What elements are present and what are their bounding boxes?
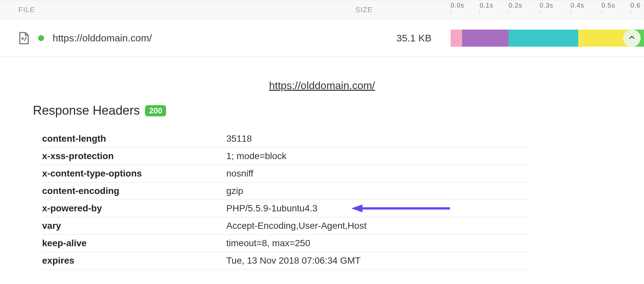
header-row: x-xss-protection 1; mode=block — [42, 148, 529, 165]
header-value: PHP/5.5.9-1ubuntu4.3 — [226, 203, 529, 214]
resource-url: https://olddomain.com/ — [53, 33, 152, 44]
header-key: keep-alive — [42, 238, 226, 248]
timeline-tick: 0.1s — [480, 2, 493, 9]
header-row: vary Accept-Encoding,User-Agent,Host — [42, 217, 529, 235]
status-badge: 200 — [145, 105, 166, 116]
header-key: x-xss-protection — [42, 151, 226, 161]
header-value: 35118 — [226, 133, 529, 144]
timeline-tick: 0.6 — [631, 2, 641, 9]
status-dot — [38, 35, 44, 41]
timeline-tick: 0.0s — [451, 2, 464, 9]
header-row: expires Tue, 13 Nov 2018 07:06:34 GMT — [42, 252, 529, 270]
header-key: x-powered-by — [42, 203, 226, 214]
collapse-button[interactable] — [623, 29, 641, 47]
header-value: timeout=8, max=250 — [226, 238, 529, 248]
header-value: Accept-Encoding,User-Agent,Host — [226, 221, 529, 231]
timeline-ticks: 0.0s 0.1s 0.2s 0.3s 0.4s 0.5s 0.6 — [451, 0, 644, 19]
header-row: content-encoding gzip — [42, 182, 529, 200]
detail-url-link[interactable]: https://olddomain.com/ — [33, 80, 611, 92]
resource-row[interactable]: https://olddomain.com/ 35.1 KB — [0, 20, 644, 57]
timeline-cell — [451, 20, 644, 56]
table-header: FILE SIZE 0.0s 0.1s 0.2s 0.3s 0.4s 0.5s … — [0, 0, 644, 20]
header-key: x-content-type-options — [42, 168, 226, 179]
header-key: content-encoding — [42, 186, 226, 196]
file-cell: https://olddomain.com/ — [0, 32, 355, 45]
header-value: 1; mode=block — [226, 151, 529, 161]
chevron-up-icon — [628, 34, 635, 42]
header-key: vary — [42, 221, 226, 231]
document-icon — [18, 32, 30, 45]
waterfall-segment-dns — [462, 30, 508, 47]
response-headers-title: Response Headers 200 — [33, 104, 611, 118]
header-key: content-length — [42, 133, 226, 144]
resource-details: https://olddomain.com/ Response Headers … — [0, 57, 644, 270]
response-headers-label: Response Headers — [33, 104, 140, 118]
waterfall-segment-connect — [508, 30, 578, 47]
column-header-file[interactable]: FILE — [0, 6, 355, 14]
header-row: x-content-type-options nosniff — [42, 165, 529, 182]
header-row: x-powered-by PHP/5.5.9-1ubuntu4.3 — [42, 200, 529, 217]
column-header-timeline: 0.0s 0.1s 0.2s 0.3s 0.4s 0.5s 0.6 — [451, 0, 644, 19]
header-row: keep-alive timeout=8, max=250 — [42, 235, 529, 252]
waterfall-segment-blocked — [451, 30, 462, 47]
column-header-size[interactable]: SIZE — [355, 6, 451, 14]
header-row: content-length 35118 — [42, 130, 529, 148]
waterfall-bar[interactable] — [451, 30, 644, 47]
arrow-annotation-icon — [351, 204, 450, 213]
svg-marker-1 — [351, 204, 362, 212]
timeline-tick: 0.5s — [602, 2, 615, 9]
header-value: gzip — [226, 186, 529, 196]
resource-size: 35.1 KB — [355, 33, 451, 44]
header-value: Tue, 13 Nov 2018 07:06:34 GMT — [226, 255, 529, 266]
header-value: nosniff — [226, 168, 529, 179]
header-value-text: PHP/5.5.9-1ubuntu4.3 — [226, 203, 317, 213]
timeline-tick: 0.2s — [508, 2, 522, 9]
timeline-tick: 0.4s — [571, 2, 584, 9]
timeline-tick: 0.3s — [539, 2, 553, 9]
headers-table: content-length 35118 x-xss-protection 1;… — [42, 130, 529, 270]
header-key: expires — [42, 255, 226, 266]
